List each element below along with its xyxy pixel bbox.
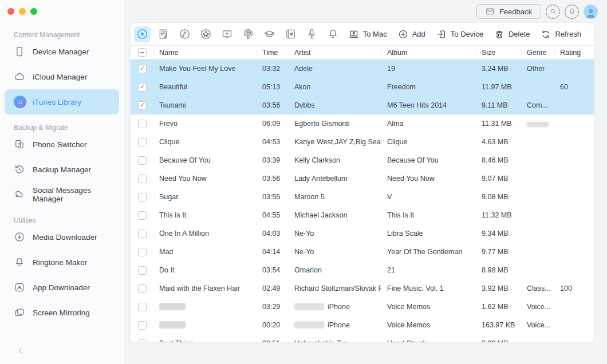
table-row[interactable]: Because Of You03:39Kelly ClarksonBecause…: [131, 151, 594, 169]
cell-album: Fine Music, Vol. 1: [381, 284, 476, 292]
tab-podcasts[interactable]: [240, 26, 257, 42]
refresh-button[interactable]: Refresh: [541, 29, 581, 39]
cell-album: Because Of You: [381, 156, 476, 164]
tab-tv-shows[interactable]: [219, 26, 235, 42]
row-checkbox[interactable]: [138, 83, 147, 92]
tab-itunes-u[interactable]: [261, 26, 278, 42]
table-row[interactable]: Maid with the Flaxen Hair02:49Richard St…: [131, 279, 594, 298]
cell-album: Clique: [381, 138, 476, 146]
column-header-rating[interactable]: Rating: [554, 49, 594, 57]
sidebar-item-icloud-manager[interactable]: iCloud Manager: [5, 64, 119, 89]
action-label: Refresh: [555, 30, 581, 38]
sidebar-item-device-manager[interactable]: Device Manager: [5, 39, 119, 64]
table-row[interactable]: Tsunami03:56DvbbsM6 Teen Hits 20149.11 M…: [131, 96, 594, 114]
row-checkbox[interactable]: [138, 266, 147, 275]
feedback-button[interactable]: Feedback: [476, 4, 541, 19]
row-checkbox[interactable]: [138, 138, 147, 147]
search-button[interactable]: [546, 5, 560, 19]
table-row[interactable]: 03:29iPhoneVoice Memos1.62 MBVoice...: [131, 298, 594, 316]
delete-button[interactable]: Delete: [494, 29, 530, 39]
table-row[interactable]: Beautiful05:13AkonFreedom11.97 MB60: [131, 78, 594, 96]
notifications-button[interactable]: [565, 5, 579, 19]
table-row[interactable]: Frevo06:09Egberto GismontiAlma11.31 MB: [131, 114, 594, 133]
zoom-window-button[interactable]: [30, 8, 37, 15]
table-row[interactable]: Do It03:54Omarion218.98 MB: [131, 261, 594, 279]
redacted-block: [527, 122, 549, 127]
sidebar-item-media-downloader[interactable]: Media Downloader: [5, 224, 119, 250]
row-checkbox[interactable]: [138, 175, 147, 183]
table-row[interactable]: This Is It04:55Michael JacksonThis Is It…: [131, 206, 594, 224]
to-mac-button[interactable]: To Mac: [349, 29, 387, 39]
tab-alerts[interactable]: [325, 26, 341, 42]
table-row[interactable]: Make You Feel My Love03:32Adele193.24 MB…: [131, 60, 594, 78]
tab-ringtones[interactable]: [176, 26, 193, 42]
sidebar-item-label: iCloud Manager: [33, 73, 87, 81]
cell-album: V: [381, 193, 476, 201]
sidebar-item-itunes-library[interactable]: ♫iTunes Library: [5, 89, 119, 114]
row-checkbox[interactable]: [138, 284, 147, 293]
sidebar-item-label: App Downloader: [33, 283, 90, 292]
table-row[interactable]: Sugar03:55Maroon 5V9.08 MB: [131, 188, 594, 206]
to-device-icon: [436, 29, 447, 39]
row-checkbox[interactable]: [138, 156, 147, 165]
sidebar-item-social-messages-manager[interactable]: Social Messages Manager: [5, 182, 119, 207]
table-row[interactable]: One In A Million04:03Ne-YoLibra Scale9.3…: [131, 224, 594, 243]
tab-movies[interactable]: [198, 26, 214, 42]
row-checkbox[interactable]: [138, 321, 147, 330]
column-header-time[interactable]: Time: [257, 49, 289, 57]
column-header-album[interactable]: Album: [381, 49, 476, 57]
column-header-name[interactable]: Name: [153, 49, 257, 57]
screens-icon: [14, 307, 25, 318]
row-checkbox[interactable]: [138, 303, 147, 311]
cell-size: 8.46 MB: [476, 156, 521, 164]
add-button[interactable]: Add: [398, 29, 425, 39]
to-device-button[interactable]: To Device: [436, 29, 483, 39]
cell-size: 3.92 MB: [476, 284, 521, 292]
column-header-genre[interactable]: Genre: [521, 49, 554, 57]
table-row[interactable]: Best Thing03:51Unbreakable TroHead Struc…: [131, 334, 594, 342]
table-row[interactable]: 00:20iPhoneVoice Memos163.97 KBVoice...: [131, 316, 594, 334]
row-checkbox[interactable]: [138, 193, 147, 201]
account-avatar[interactable]: [584, 5, 598, 19]
cell-artist: Unbreakable Tro: [289, 339, 381, 342]
table-row[interactable]: Mad04:14Ne-YoYear Of The Gentleman9.77 M…: [131, 243, 594, 261]
row-checkbox[interactable]: [138, 120, 147, 128]
appstore-icon: [14, 282, 25, 293]
column-header-size[interactable]: Size: [476, 49, 521, 57]
tab-voice-memos[interactable]: [304, 26, 320, 42]
audiobook-icon: [285, 28, 297, 40]
row-checkbox[interactable]: [138, 65, 147, 73]
row-checkbox[interactable]: [138, 101, 147, 110]
cell-album: Voice Memos: [381, 303, 476, 311]
cell-time: 04:53: [257, 138, 289, 146]
select-all-checkbox[interactable]: [138, 48, 147, 57]
tab-audiobooks[interactable]: [282, 26, 299, 42]
sidebar-item-phone-switcher[interactable]: Phone Switcher: [5, 132, 119, 157]
sidebar-item-screen-mirroring[interactable]: Screen Mirroring: [5, 300, 119, 325]
cell-time: 03:39: [257, 156, 289, 164]
sidebar-collapse-button[interactable]: [16, 346, 25, 355]
minimize-window-button[interactable]: [19, 8, 26, 15]
history-icon: [14, 164, 25, 175]
tab-playlists[interactable]: [155, 26, 172, 42]
row-checkbox[interactable]: [138, 211, 147, 220]
column-header-artist[interactable]: Artist: [289, 49, 381, 57]
cell-album: M6 Teen Hits 2014: [381, 101, 476, 109]
close-window-button[interactable]: [7, 8, 14, 15]
sidebar-item-ringtone-maker[interactable]: Ringtone Maker: [5, 250, 119, 275]
download-circle-icon: [14, 231, 25, 243]
cell-artist: Ne-Yo: [289, 230, 381, 238]
row-checkbox[interactable]: [138, 230, 147, 238]
table-row[interactable]: Need You Now03:56Lady AntebellumNeed You…: [131, 169, 594, 188]
table-row[interactable]: Clique04:53Kanye West,JAY Z,Big SeanCliq…: [131, 133, 594, 151]
tab-music[interactable]: [134, 26, 151, 42]
sidebar-item-app-downloader[interactable]: App Downloader: [5, 275, 119, 300]
redacted-block: [294, 303, 324, 310]
sidebar-section-label: Content Management: [0, 31, 124, 39]
row-checkbox[interactable]: [138, 339, 147, 343]
cell-artist: Michael Jackson: [289, 211, 381, 219]
sidebar-item-label: Screen Mirroring: [33, 308, 90, 317]
cell-artist: iPhone: [289, 303, 381, 311]
row-checkbox[interactable]: [138, 248, 147, 256]
sidebar-item-backup-manager[interactable]: Backup Manager: [5, 157, 119, 182]
